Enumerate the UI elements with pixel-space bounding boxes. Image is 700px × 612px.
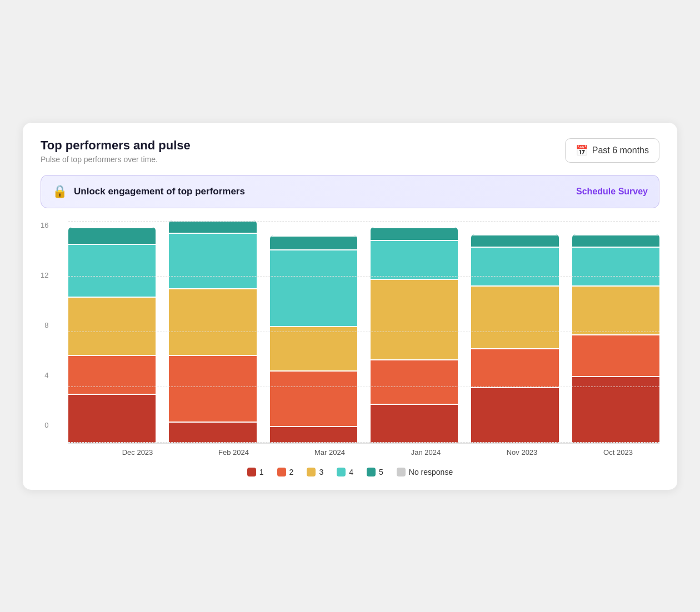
bar-segment-1 — [169, 422, 256, 443]
bar-segment-2 — [471, 348, 558, 387]
bar-group — [270, 235, 357, 443]
bar-segment-1 — [572, 376, 659, 443]
bar-segment-4 — [169, 233, 256, 288]
legend-item-2: 2 — [277, 468, 294, 476]
unlock-banner: 🔒 Unlock engagement of top performers Sc… — [41, 175, 659, 208]
grid-line — [68, 442, 659, 443]
x-axis-label: Oct 2023 — [577, 448, 659, 457]
bar-group — [68, 227, 156, 443]
stacked-bar — [572, 234, 659, 443]
calendar-icon: 📅 — [576, 144, 588, 157]
bar-group — [371, 227, 458, 443]
x-axis-label: Mar 2024 — [288, 448, 371, 457]
legend-color-5 — [367, 468, 376, 476]
bars-container — [68, 222, 659, 444]
card-subtitle: Pulse of top performers over time. — [41, 155, 191, 164]
x-axis-label: Dec 2023 — [96, 448, 179, 457]
header-left: Top performers and pulse Pulse of top pe… — [41, 138, 191, 164]
unlock-text: Unlock engagement of top performers — [74, 186, 245, 197]
bar-segment-1 — [270, 426, 357, 443]
bar-segment-3 — [270, 326, 357, 370]
legend-item-no_response: No response — [397, 468, 453, 476]
bar-segment-4 — [572, 247, 659, 285]
bar-segment-3 — [471, 285, 558, 348]
legend-item-1: 1 — [247, 468, 264, 476]
bar-segment-4 — [270, 249, 357, 326]
y-axis-label: 16 — [41, 222, 48, 229]
legend-label-2: 2 — [289, 468, 294, 476]
bar-segment-1 — [68, 394, 156, 443]
x-labels: Dec 2023Feb 2024Mar 2024Jan 2024Nov 2023… — [68, 448, 659, 457]
bar-segment-2 — [270, 370, 357, 426]
legend-color-no_response — [397, 468, 406, 476]
schedule-survey-button[interactable]: Schedule Survey — [576, 187, 648, 197]
bar-segment-3 — [169, 288, 256, 355]
legend-item-4: 4 — [337, 468, 353, 476]
bar-segment-2 — [572, 334, 659, 376]
stacked-bar — [68, 227, 156, 443]
date-range-button[interactable]: 📅 Past 6 months — [565, 138, 659, 163]
grid-line — [68, 221, 659, 222]
y-axis-label: 4 — [44, 372, 48, 379]
grid-lines — [68, 222, 659, 443]
bar-segment-3 — [68, 297, 156, 355]
stacked-bar — [270, 235, 357, 443]
date-range-label: Past 6 months — [592, 146, 649, 155]
y-axis-label: 0 — [44, 422, 48, 429]
bar-segment-5 — [471, 234, 558, 247]
legend-color-3 — [307, 468, 316, 476]
bar-segment-1 — [471, 387, 558, 443]
chart-area: 0481216 Dec 2023Feb 2024Mar 2024Jan 2024… — [41, 222, 659, 457]
y-axis-label: 8 — [44, 322, 48, 329]
bar-segment-5 — [371, 227, 458, 240]
bar-segment-5 — [68, 227, 156, 244]
legend-label-1: 1 — [259, 468, 264, 476]
main-card: Top performers and pulse Pulse of top pe… — [22, 122, 678, 490]
legend-item-5: 5 — [367, 468, 383, 476]
lock-icon: 🔒 — [52, 184, 67, 199]
bar-segment-2 — [169, 355, 256, 422]
bar-segment-4 — [471, 247, 558, 285]
bar-segment-3 — [371, 279, 458, 359]
bar-segment-5 — [572, 234, 659, 247]
bar-segment-4 — [68, 244, 156, 297]
bar-segment-3 — [572, 285, 659, 334]
legend-item-3: 3 — [307, 468, 323, 476]
legend-color-1 — [247, 468, 256, 476]
x-axis-label: Nov 2023 — [481, 448, 563, 457]
legend-label-4: 4 — [349, 468, 353, 476]
bar-segment-2 — [68, 355, 156, 394]
stacked-bar — [471, 234, 558, 443]
bar-segment-5 — [270, 235, 357, 249]
bar-segment-5 — [169, 220, 256, 233]
bar-segment-4 — [371, 240, 458, 279]
legend-label-5: 5 — [379, 468, 383, 476]
bar-group — [169, 220, 256, 443]
legend-color-2 — [277, 468, 286, 476]
unlock-left: 🔒 Unlock engagement of top performers — [52, 184, 245, 199]
legend-color-4 — [337, 468, 346, 476]
grid-line — [68, 276, 659, 277]
x-axis-label: Jan 2024 — [384, 448, 467, 457]
bar-group — [572, 234, 659, 443]
legend-label-no_response: No response — [409, 468, 453, 476]
legend-label-3: 3 — [319, 468, 323, 476]
stacked-bar — [169, 220, 256, 443]
chart-legend: 12345No response — [41, 468, 659, 476]
grid-line — [68, 332, 659, 332]
card-header: Top performers and pulse Pulse of top pe… — [41, 138, 659, 164]
bar-segment-2 — [371, 359, 458, 404]
bar-segment-1 — [371, 404, 458, 443]
x-axis-label: Feb 2024 — [192, 448, 275, 457]
grid-line — [68, 387, 659, 387]
bar-group — [471, 234, 558, 443]
y-axis-label: 12 — [41, 272, 48, 279]
stacked-bar — [371, 227, 458, 443]
card-title: Top performers and pulse — [41, 138, 191, 153]
y-axis: 0481216 — [41, 222, 53, 429]
